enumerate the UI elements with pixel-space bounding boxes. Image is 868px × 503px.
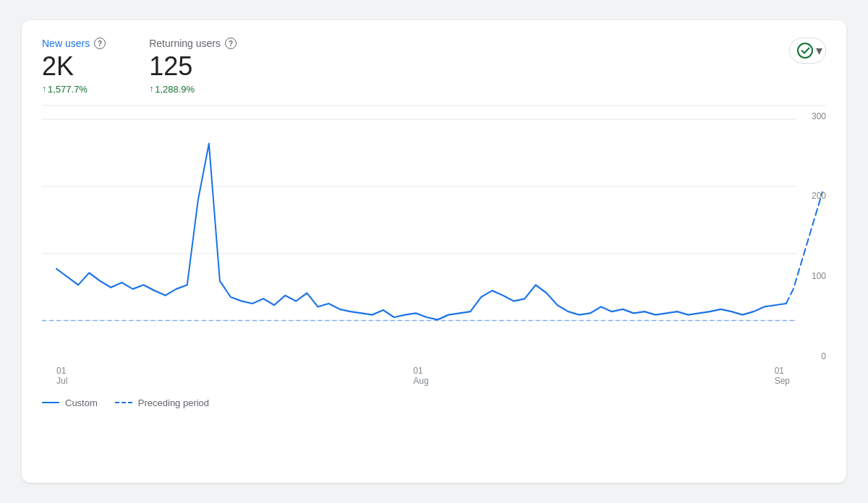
legend-solid-line-icon	[42, 402, 59, 403]
legend-preceding: Preceding period	[115, 397, 209, 408]
returning-users-arrow-icon: ↑	[149, 84, 153, 94]
x-label-aug-month: Aug	[413, 376, 428, 386]
x-label-jul-date: 01	[56, 366, 66, 376]
x-axis-labels: 01 Jul 01 Aug 01 Sep	[56, 366, 790, 386]
x-label-aug: 01 Aug	[413, 366, 428, 386]
x-label-jul-month: Jul	[56, 376, 67, 386]
new-users-change: ↑ 1,577.7%	[42, 84, 106, 95]
metrics-divider	[42, 105, 826, 106]
y-label-200: 200	[812, 191, 826, 201]
check-circle-icon	[797, 43, 813, 59]
chart-svg	[42, 111, 826, 386]
y-label-300: 300	[812, 111, 826, 121]
x-label-aug-date: 01	[413, 366, 422, 376]
new-users-arrow-icon: ↑	[42, 84, 46, 94]
x-label-sep-month: Sep	[775, 376, 790, 386]
metrics-row: New users ? 2K ↑ 1,577.7% Returning user…	[42, 38, 826, 95]
x-label-jul: 01 Jul	[56, 366, 67, 386]
chart-area: 300 200 100 0 01 Jul 01 Aug 01 Sep	[42, 111, 826, 386]
analytics-card: New users ? 2K ↑ 1,577.7% Returning user…	[22, 20, 846, 483]
new-users-text: New users	[42, 38, 90, 49]
dropdown-arrow-icon: ▾	[816, 43, 822, 59]
y-label-0: 0	[821, 351, 826, 361]
chart-legend: Custom Preceding period	[42, 397, 826, 408]
legend-custom: Custom	[42, 397, 98, 408]
legend-dashed-line-icon	[115, 402, 132, 403]
returning-users-text: Returning users	[149, 38, 221, 49]
returning-users-label: Returning users ?	[149, 38, 237, 49]
new-users-metric: New users ? 2K ↑ 1,577.7%	[42, 38, 106, 95]
new-users-help-icon[interactable]: ?	[94, 38, 106, 49]
returning-users-change-value: 1,288.9%	[155, 84, 195, 95]
returning-users-metric: Returning users ? 125 ↑ 1,288.9%	[149, 38, 237, 95]
legend-preceding-label: Preceding period	[138, 397, 209, 408]
returning-users-change: ↑ 1,288.9%	[149, 84, 237, 95]
compare-button[interactable]: ▾	[789, 38, 826, 64]
new-users-value: 2K	[42, 52, 106, 81]
new-users-label: New users ?	[42, 38, 106, 49]
x-label-sep: 01 Sep	[775, 366, 790, 386]
x-label-sep-date: 01	[775, 366, 784, 376]
legend-custom-label: Custom	[65, 397, 98, 408]
y-label-100: 100	[812, 271, 826, 281]
y-axis-labels: 300 200 100 0	[797, 111, 826, 364]
returning-users-help-icon[interactable]: ?	[225, 38, 237, 49]
returning-users-value: 125	[149, 52, 237, 81]
new-users-change-value: 1,577.7%	[48, 84, 88, 95]
